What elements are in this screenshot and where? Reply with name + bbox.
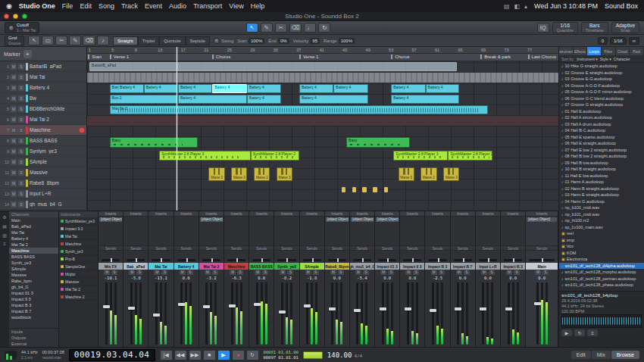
sends-header[interactable]: Sends — [148, 245, 173, 251]
edit-tool-button[interactable]: ⌫ — [83, 36, 95, 45]
channel-mute-button[interactable]: M — [129, 270, 135, 275]
setting-dropdown[interactable]: Adaptive Snap — [611, 22, 639, 33]
solo-button[interactable]: S — [18, 106, 24, 112]
browser-list-item[interactable]: ♪ 04 Groove A-G-D-F.audioloop — [559, 83, 644, 89]
playhead[interactable] — [177, 47, 177, 211]
audio-clip[interactable]: Battery 4 — [391, 95, 459, 104]
channel-solo-button[interactable]: S — [338, 270, 344, 275]
inserts-header[interactable]: Inserts — [174, 211, 199, 217]
track-row[interactable]: 8 M S BASS BASS — [0, 136, 86, 146]
mixer-channel-strip[interactable]: Inserts Sends Impact B 3 M S 0.0 — [501, 211, 526, 347]
channel-solo-button[interactable]: S — [212, 270, 218, 275]
browser-list-item[interactable]: ♪ 03 Groove E-G.audioloop — [559, 76, 644, 83]
song-marker[interactable]: Chorus — [212, 55, 230, 59]
pan-slider[interactable] — [102, 259, 120, 261]
edit-field[interactable]: Start 100% — [237, 38, 264, 44]
browser-file-list[interactable]: ♪ 10 Hike G straight.audioloop ♪ 02 Groo… — [559, 63, 644, 291]
sends-header[interactable]: Sends — [224, 245, 249, 251]
channel-list-item[interactable]: Impact B 7 — [9, 308, 58, 314]
browser-list-item[interactable]: ▣ KOM — [559, 250, 644, 257]
audio-clip[interactable]: Battery 4 — [178, 84, 212, 93]
edit-field-value[interactable]: 100% — [339, 38, 355, 44]
pan-slider[interactable] — [353, 259, 371, 261]
mute-button[interactable]: M — [11, 191, 17, 197]
channel-solo-button[interactable]: S — [514, 270, 520, 275]
record-arm-indicator[interactable] — [80, 96, 84, 101]
channel-name-tab[interactable]: Mai Tai 2 — [199, 263, 224, 270]
channel-name-tab[interactable]: Mai Tai — [148, 263, 173, 270]
instrument-item[interactable]: Maschine — [59, 240, 98, 248]
pan-slider[interactable] — [227, 259, 245, 261]
record-arm-indicator[interactable] — [80, 117, 84, 122]
browser-list-item[interactable]: ♪ 07 Hall E low 2 straight.audioloop — [559, 147, 644, 154]
track-row[interactable]: 9 M S Syntym_ye3 — [0, 146, 86, 157]
channel-solo-button[interactable]: S — [413, 270, 419, 275]
timeline-ruler[interactable]: 1591317212529333741454953576165697377 — [87, 47, 558, 54]
channel-mute-button[interactable]: M — [180, 270, 186, 275]
volume-fader[interactable] — [331, 282, 333, 345]
menubar-device[interactable]: Sound Box — [605, 2, 638, 10]
feel-option[interactable]: Straight — [113, 36, 138, 45]
solo-button[interactable]: S — [18, 159, 24, 165]
setting-dropdown[interactable]: Bars Timebase — [581, 22, 608, 33]
mixer-channel-strip[interactable]: Inserts [object Object] Sends gh_mu3_b4_… — [350, 211, 375, 347]
volume-fader[interactable] — [407, 282, 409, 345]
sends-header[interactable]: Sends — [123, 245, 148, 251]
mixer-channel-strip[interactable]: Inserts [object Object] Sends Impact 01 … — [375, 211, 400, 347]
console-panel-toggle-icon[interactable]: ⚙ — [2, 214, 6, 220]
fader-handle[interactable] — [455, 307, 461, 311]
browser-list-item[interactable]: ♪ 09 Hall B low.audioloop — [559, 160, 644, 167]
tool-button[interactable]: ↖ — [246, 23, 258, 33]
fader-value[interactable]: 0.0 — [249, 276, 274, 281]
fader-value[interactable]: 0.0 — [501, 276, 525, 281]
fader-value[interactable]: -1.8 — [300, 276, 324, 281]
channel-name-tab[interactable]: Main — [526, 263, 558, 270]
track-row[interactable]: 7 M S Maschine — [0, 125, 86, 136]
grid-groove-chip[interactable]: Grid Groove — [5, 36, 24, 46]
solo-button[interactable]: S — [18, 148, 24, 154]
channel-solo-button[interactable]: S — [187, 270, 193, 275]
pan-slider[interactable] — [328, 259, 346, 261]
channel-solo-button[interactable]: S — [161, 270, 167, 275]
pan-slider[interactable] — [504, 259, 522, 261]
browser-list-item[interactable]: ♪ 02 Groove E straight.audioloop — [559, 70, 644, 76]
solo-button[interactable]: S — [18, 74, 24, 80]
tool-button[interactable]: ⌫ — [289, 23, 302, 33]
mute-button[interactable]: M — [11, 170, 17, 176]
transport-button[interactable]: ◀◀ — [174, 350, 187, 360]
sends-header[interactable]: Sends — [451, 245, 475, 251]
channel-name-tab[interactable]: Mix FX — [98, 263, 123, 270]
tool-button[interactable]: ↻ — [318, 23, 330, 33]
mute-button[interactable]: M — [11, 201, 17, 208]
instrument-item[interactable]: SynthMaster_ye3 — [59, 217, 98, 225]
inserts-header[interactable]: Inserts — [451, 211, 475, 217]
browser-list-item[interactable]: ♪ 06 Groove G-C blend.audioloop — [559, 95, 644, 102]
sends-header[interactable]: Sends — [375, 245, 399, 251]
browser-list-item[interactable]: ♪ np_b101_midi.wav — [559, 211, 644, 218]
track-row[interactable]: 1 M S BattariB_aPad — [0, 61, 86, 72]
fader-value[interactable]: -3.2 — [199, 276, 224, 281]
edit-tool-button[interactable]: ✂ — [55, 36, 67, 45]
solo-button[interactable]: S — [18, 127, 24, 133]
sends-header[interactable]: Sends — [325, 245, 349, 251]
audio-clip[interactable] — [384, 187, 389, 192]
inserts-header[interactable]: Inserts — [123, 211, 148, 217]
transport-button[interactable]: ▶ — [217, 350, 230, 360]
volume-fader[interactable] — [155, 282, 158, 345]
preview-control-button[interactable]: ▶ — [561, 329, 572, 336]
volume-fader[interactable] — [231, 282, 233, 345]
channel-solo-button[interactable]: S — [542, 270, 549, 275]
browser-tab[interactable]: Instruments — [559, 47, 574, 55]
audio-clip[interactable]: Maise 2 — [254, 167, 270, 181]
sends-header[interactable]: Sends — [199, 245, 224, 251]
console-panel-toggle-icon[interactable]: ≡ — [3, 242, 6, 246]
audio-clip[interactable]: Maise 2 — [420, 167, 436, 181]
channel-list-item[interactable]: Impact 9 3 — [9, 296, 58, 302]
channel-name-tab[interactable]: gh_mu3_b4_G — [350, 263, 374, 270]
men​u-item[interactable]: Help — [251, 2, 265, 10]
mixer-channel-strip[interactable]: Inserts [object Object] Sends Rabe8_8bpm… — [325, 211, 350, 347]
browser-list-item[interactable]: ♪ sm101_df_tech128_phase.audioloop — [559, 282, 644, 289]
insert-plugin-chip[interactable]: [object Object] — [351, 217, 374, 222]
edit-tool-button[interactable]: ↖ — [28, 36, 40, 45]
record-arm-indicator[interactable] — [80, 107, 84, 111]
